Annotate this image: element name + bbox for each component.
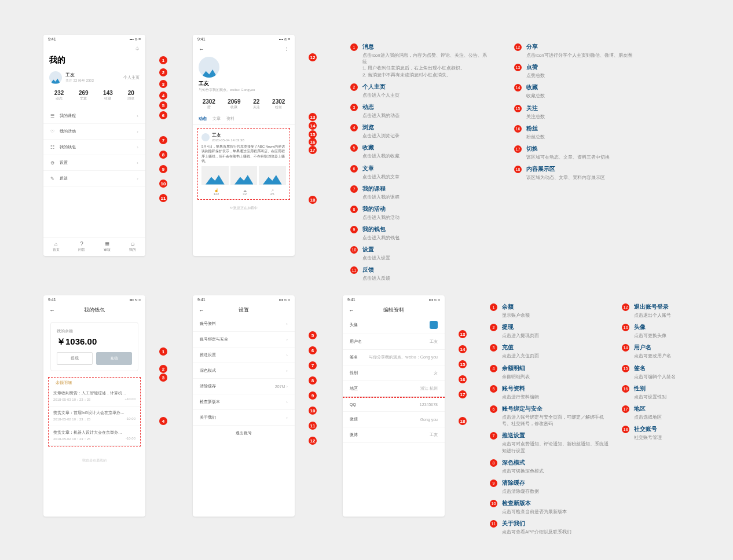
annotation-desc: 点击进入我的课程 bbox=[362, 194, 400, 200]
menu-item[interactable]: ☰我的课程› bbox=[43, 108, 145, 124]
segment-tab[interactable]: 文章 bbox=[212, 116, 221, 122]
setting-item[interactable]: 账号绑定与安全 › bbox=[193, 332, 295, 347]
engage-item[interactable]: ↗25 bbox=[270, 188, 274, 196]
stat-item[interactable]: 2069收藏 bbox=[228, 98, 240, 110]
menu-item[interactable]: ⚙设置› bbox=[43, 155, 145, 171]
annotation-desc: 该区域可在动态、文章、资料三者中切换 bbox=[526, 154, 610, 160]
user-row[interactable]: 工友关注 22 粉丝 2302 个人主页 bbox=[43, 69, 145, 86]
annotation-number: 14 bbox=[514, 84, 522, 91]
page-title: 我的 bbox=[43, 54, 145, 69]
annotation-number: 10 bbox=[490, 500, 497, 507]
back-icon[interactable]: ← bbox=[349, 307, 354, 313]
detail-row[interactable]: 赞赏文章：首届IxG设计大会在京举办…2018-05-02 10：23：25-1… bbox=[49, 407, 140, 426]
edit-item[interactable]: 微信Gong you bbox=[343, 412, 445, 427]
annotation-item: 4余额明细余额明细列表 bbox=[490, 364, 611, 380]
back-icon[interactable]: ← bbox=[199, 46, 204, 52]
setting-item[interactable]: 清除缓存207M › bbox=[193, 379, 295, 394]
tab-item[interactable]: ☺我的 bbox=[129, 241, 136, 252]
stat-item[interactable]: 143收藏 bbox=[103, 90, 113, 101]
setting-item[interactable]: 关于我们 › bbox=[193, 410, 295, 426]
menu-item[interactable]: ♡我的活动› bbox=[43, 124, 145, 140]
annotation-title: 提现 bbox=[502, 323, 539, 331]
annotation-title: 我的钱包 bbox=[362, 225, 400, 233]
callout-12: 12 bbox=[309, 53, 317, 61]
menu-label: 设置 bbox=[60, 160, 68, 166]
callout-11: 11 bbox=[159, 194, 167, 202]
edit-item[interactable]: 地区浙江 杭州 bbox=[343, 381, 445, 397]
edit-item[interactable]: 用户名工友 bbox=[343, 334, 445, 350]
withdraw-button[interactable]: 提现 bbox=[57, 352, 93, 365]
annotation-title: 充值 bbox=[502, 343, 539, 352]
avatar[interactable] bbox=[49, 71, 62, 84]
engage-item[interactable]: ☝122 bbox=[213, 188, 219, 196]
setting-item[interactable]: 推送设置 › bbox=[193, 347, 295, 363]
balance-amount: ￥1036.00 bbox=[57, 336, 132, 347]
edit-item[interactable]: 性别女 bbox=[343, 365, 445, 381]
tab-item[interactable]: ?问答 bbox=[78, 241, 85, 252]
tab-item[interactable]: ⌂首页 bbox=[53, 241, 60, 252]
tab-item[interactable]: ≣审核 bbox=[104, 241, 111, 252]
image-placeholder bbox=[201, 166, 229, 185]
annotation-number: 4 bbox=[490, 365, 497, 372]
stat-item[interactable]: 20浏览 bbox=[127, 90, 134, 101]
edit-item[interactable]: 头像 bbox=[343, 316, 445, 334]
stat-item[interactable]: 2302赞 bbox=[203, 98, 215, 110]
annotation-desc: 该区域为动态、文章、资料内容展示区 bbox=[526, 174, 605, 181]
menu-icon: ⚙ bbox=[50, 160, 56, 166]
annotation-item: 6文章点击进入我的文章 bbox=[350, 164, 489, 180]
annotation-item: 18内容展示区该区域为动态、文章、资料内容展示区 bbox=[514, 165, 653, 181]
edit-item[interactable]: 签名与你分享我的观点。weibo：Gong you bbox=[343, 350, 445, 365]
stat-item[interactable]: 269文章 bbox=[79, 90, 89, 101]
annotation-number: 14 bbox=[622, 344, 629, 352]
annotation-item: 11反馈点击进入反馈 bbox=[350, 266, 489, 281]
messages-icon[interactable]: ♤ bbox=[135, 46, 140, 52]
menu-item[interactable]: ☷我的钱包› bbox=[43, 140, 145, 155]
segment-tabs[interactable]: 动态文章资料 bbox=[193, 114, 295, 125]
image-placeholder bbox=[259, 166, 286, 185]
annotation-number: 18 bbox=[514, 166, 522, 173]
stat-item[interactable]: 22关注 bbox=[253, 98, 260, 110]
annotation-desc: 点击进入我的动态 bbox=[362, 112, 400, 119]
nomore-text: 我也是有底线的 bbox=[43, 446, 145, 475]
segment-tab[interactable]: 资料 bbox=[226, 116, 234, 122]
settings-list: 账号资料 ›账号绑定与安全 ›推送设置 ›深色模式 ›清除缓存207M ›检查新… bbox=[193, 316, 295, 426]
back-icon[interactable]: ← bbox=[199, 307, 204, 313]
annotation-title: 设置 bbox=[362, 246, 390, 254]
back-icon[interactable]: ← bbox=[49, 307, 55, 313]
signal-icon: ••• ⎋ ≡ bbox=[279, 37, 290, 41]
annotation-item: 10检查新版本点击可检查当前是否为最新版本 bbox=[490, 499, 611, 515]
callout-1: 1 bbox=[159, 56, 167, 64]
detail-row[interactable]: 赞赏文章：机器人设计大会在京举办…2018-05-02 10：23：25-10.… bbox=[49, 426, 140, 446]
logout-button[interactable]: 退出账号 bbox=[193, 426, 295, 441]
annotation-desc: 点击选择地区 bbox=[634, 414, 662, 420]
callout-b6: 6 bbox=[309, 346, 317, 354]
edit-item[interactable]: 微博工友 bbox=[343, 427, 445, 443]
image-placeholder bbox=[230, 166, 258, 185]
callout-b8: 8 bbox=[309, 376, 317, 385]
engage-item[interactable]: ☁32 bbox=[243, 188, 247, 196]
homepage-link[interactable]: 个人主页 bbox=[123, 75, 140, 80]
setting-item[interactable]: 检查新版本 › bbox=[193, 394, 295, 410]
stat-item[interactable]: 2302粉丝 bbox=[272, 98, 285, 110]
edit-item[interactable]: QQ12345678 bbox=[343, 398, 445, 412]
avatar[interactable] bbox=[199, 57, 219, 78]
segment-tab[interactable]: 动态 bbox=[199, 116, 207, 122]
balance-card: 我的余额 ￥1036.00 提现 充值 bbox=[50, 322, 138, 371]
chevron-right-icon: › bbox=[286, 337, 288, 342]
annotation-desc: 点击进入我的文章 bbox=[362, 174, 400, 180]
setting-item[interactable]: 账号资料 › bbox=[193, 316, 295, 332]
setting-item[interactable]: 深色模式 › bbox=[193, 363, 295, 379]
annotation-item: 15关注关注总数 bbox=[514, 104, 653, 120]
menu-item[interactable]: ✎反馈› bbox=[43, 171, 145, 186]
page-title: 编辑资料 bbox=[354, 306, 433, 314]
annotation-desc: 点击可切换深色模式 bbox=[502, 468, 544, 474]
annotation-title: 账号绑定与安全 bbox=[502, 405, 611, 413]
stat-item[interactable]: 232动态 bbox=[54, 90, 64, 101]
callout-10: 10 bbox=[159, 180, 167, 188]
annotation-title: 文章 bbox=[362, 164, 400, 173]
topup-button[interactable]: 充值 bbox=[96, 352, 132, 365]
profile-name: 工友 bbox=[193, 79, 295, 87]
detail-row[interactable]: 文章收到赞赏：人工智能综述，计算机…2018-05-03 10：23：25+10… bbox=[49, 387, 140, 407]
annotation-item: 5收藏点击进入我的收藏 bbox=[350, 144, 489, 159]
share-icon[interactable]: ⋮ bbox=[284, 46, 289, 52]
